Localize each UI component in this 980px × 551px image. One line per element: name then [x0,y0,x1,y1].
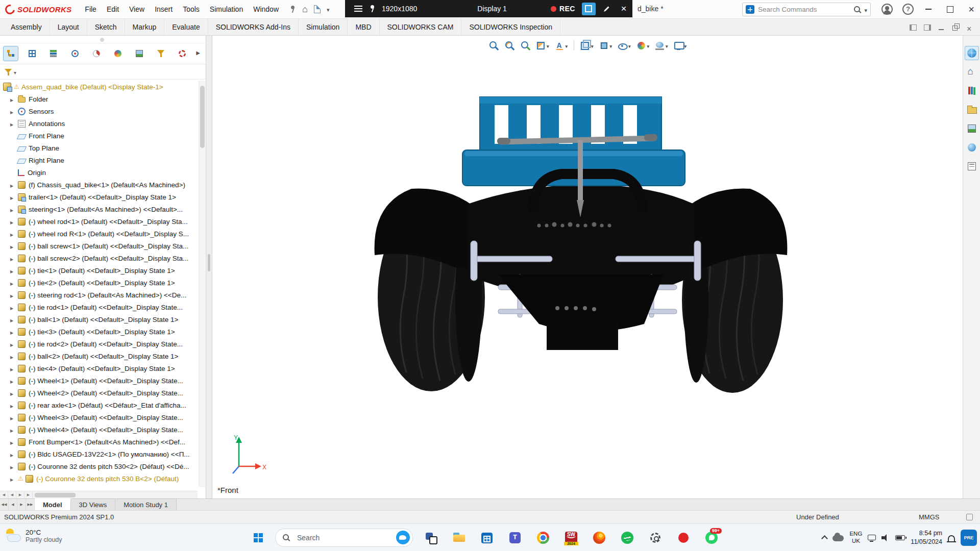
microsoft-store-icon[interactable] [477,528,497,548]
document-tab[interactable]: 3D Views [71,499,116,510]
addins-tab-icon[interactable] [175,46,190,61]
tree-item[interactable]: (-) tie<4> (Default) <<Default>_Display … [0,362,198,374]
previous-view-icon[interactable] [519,38,532,53]
ribbon-tab[interactable]: SOLIDWORKS Add-Ins [208,19,299,35]
design-library-icon[interactable] [965,84,979,98]
tree-item[interactable]: (-) wheel rod<1> (Default) <<Default>_Di… [0,215,198,228]
collapse-left-pane-icon[interactable] [910,24,917,31]
ribbon-tab[interactable]: SOLIDWORKS Inspection [461,19,560,35]
expand-arrow-icon[interactable] [10,426,18,434]
tree-item[interactable]: (f) Chassis_quad_bike<1> (Default<As Mac… [0,179,198,191]
tree-item[interactable]: (-) tie<2> (Default) <<Default>_Display … [0,277,198,289]
expand-arrow-icon[interactable] [10,316,18,323]
expand-arrow-icon[interactable] [10,463,18,470]
tree-item[interactable]: (-) Couronne 32 dents pitch 530<2> (Défa… [0,460,198,472]
expand-arrow-icon[interactable] [10,193,18,201]
resources-home-icon[interactable] [965,65,979,79]
expand-arrow-icon[interactable] [10,267,18,274]
tree-item[interactable]: (-) rear axle<1> (Défaut) <<Défaut>_Etat… [0,399,198,411]
view-orientation-icon[interactable] [579,38,595,53]
edit-appearance-icon[interactable] [635,38,651,53]
cam-operation-tree-tab-icon[interactable] [132,46,147,61]
settings-icon[interactable] [645,528,666,548]
zoom-to-area-icon[interactable] [503,38,516,53]
tree-item[interactable]: (-) ball screw<1> (Default) <<Default>_D… [0,240,198,252]
tree-item[interactable]: (-) Couronne 32 dents pitch 530 B<2> (Dé… [0,472,198,485]
tree-item[interactable]: (-) Wheel<2> (Default) <<Default>_Displa… [0,387,198,399]
tree-item[interactable]: (-) Wheel<3> (Default) <<Default>_Displa… [0,411,198,423]
dynamic-annotation-icon[interactable] [553,38,569,53]
ribbon-tab[interactable]: Assembly [3,19,50,35]
home-icon[interactable] [302,4,308,15]
expand-arrow-icon[interactable] [10,95,18,103]
tree-vertical-scrollbar[interactable] [199,81,205,487]
command-search-box[interactable]: Search Commands [742,3,871,16]
taskbar-search[interactable]: Search [275,529,413,547]
threedexperience-icon[interactable] [965,46,979,60]
menu-item[interactable]: Tools [178,3,205,16]
filter-dropdown-icon[interactable] [14,67,16,77]
window-maximize-button[interactable] [940,0,960,18]
search-icon[interactable] [854,6,861,13]
scroll-left-icon[interactable] [8,491,16,498]
chrome-icon[interactable] [533,528,553,548]
tree-item[interactable]: Front Bumper<1> (Default<As Machined>) <… [0,436,198,448]
clock[interactable]: 8:54 pm 11/05/2024 [911,529,942,546]
menu-item[interactable]: Edit [102,3,124,16]
tree-item[interactable]: Top Plane [0,142,198,154]
ribbon-tab[interactable]: MBD [348,19,379,35]
filter-tab-icon[interactable] [153,46,168,61]
menu-item[interactable]: View [124,3,150,16]
solidworks-icon[interactable]: SW 2024 [561,528,581,548]
expand-arrow-icon[interactable] [10,475,18,483]
notifications-bell-icon[interactable] [948,535,955,541]
spotify-icon[interactable] [617,528,638,548]
doc-close-icon[interactable] [967,24,974,31]
whatsapp-icon[interactable]: 99+ [701,528,722,548]
tree-item[interactable]: (-) Wheel<1> (Default) <<Default>_Displa… [0,374,198,387]
recorder-stop-button[interactable] [582,3,596,15]
expand-arrow-icon[interactable] [10,353,18,360]
menu-item[interactable]: Insert [150,3,178,16]
expand-arrow-icon[interactable] [10,181,18,189]
onedrive-icon[interactable] [832,535,844,541]
recorder-menu-icon[interactable] [354,6,362,12]
tree-item[interactable]: (-) steering rod<1> (Default<As Machined… [0,289,198,301]
tree-item[interactable]: (-) wheel rod R<1> (Default) <<Default>_… [0,228,198,240]
tree-item[interactable]: Front Plane [0,130,198,142]
rear-body-panel[interactable] [462,150,685,186]
start-button[interactable] [249,529,267,547]
search-input[interactable]: Search Commands [758,6,854,13]
recorder-close-icon[interactable] [619,3,629,14]
display-style-icon[interactable] [597,38,614,53]
expand-arrow-icon[interactable] [10,108,18,115]
collapse-right-pane-icon[interactable] [924,24,931,31]
window-minimize-button[interactable] [919,0,938,18]
ribbon-tab[interactable]: SOLIDWORKS CAM [380,19,462,35]
ribbon-tab[interactable]: Simulation [299,19,348,35]
panel-tabs-overflow-icon[interactable] [193,47,203,57]
search-dropdown-icon[interactable] [864,5,867,14]
tab-scroll-next-icon[interactable] [17,499,26,510]
tree-item[interactable]: Folder [0,93,198,105]
doc-minimize-icon[interactable] [938,24,945,31]
expand-arrow-icon[interactable] [10,377,18,385]
orientation-triad[interactable]: Y X [228,433,268,480]
expand-arrow-icon[interactable] [10,328,18,336]
apply-scene-icon[interactable] [653,38,670,53]
firefox-icon[interactable] [589,528,609,548]
custom-properties-icon[interactable] [965,159,979,173]
units-label[interactable]: MMGS [919,513,939,521]
tab-scroll-first-icon[interactable] [0,499,9,510]
tree-item[interactable]: (-) tie<3> (Default) <<Default>_Display … [0,325,198,338]
displaymanager-tab-icon[interactable] [89,46,104,61]
premiere-app-icon[interactable]: PRE [961,530,977,546]
recorder-annotate-icon[interactable] [603,5,610,13]
volume-icon[interactable] [881,534,890,541]
user-account-icon[interactable] [881,4,893,15]
tree-item[interactable]: steering<1> (Default<As Machined>) <<Def… [0,203,198,215]
expand-arrow-icon[interactable] [10,340,18,348]
expand-arrow-icon[interactable] [10,242,18,250]
keyboard-icon[interactable] [868,535,876,540]
expand-arrow-icon[interactable] [10,255,18,262]
